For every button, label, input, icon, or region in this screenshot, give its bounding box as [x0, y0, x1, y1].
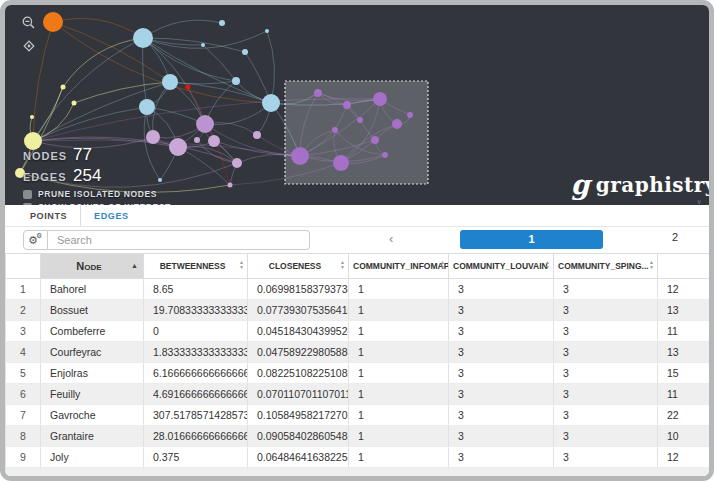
table-row[interactable]: 7Gavroche307.51785714285730.105849582172… [6, 405, 710, 426]
column-header-degree[interactable]: DEGREE▲▼ [658, 254, 710, 279]
graph-node[interactable] [371, 136, 379, 144]
graph-node[interactable] [253, 131, 261, 139]
cell: 1 [349, 279, 449, 300]
cell: 1.833333333333333 [144, 342, 248, 363]
graph-node[interactable] [72, 101, 77, 106]
graph-node[interactable] [208, 135, 220, 147]
table-row[interactable]: 8Grantaire28.0166666666666660.0905840286… [6, 426, 710, 447]
graph-node[interactable] [228, 183, 233, 188]
pagination-prev[interactable]: ‹ [389, 231, 393, 246]
graph-node[interactable] [201, 43, 205, 47]
table-row[interactable]: 5Enjolras6.1666666666666660.082251082251… [6, 363, 710, 384]
checkbox-icon [23, 190, 32, 199]
cell: Gavroche [41, 405, 144, 426]
selection-rectangle[interactable] [285, 81, 428, 184]
graph-node[interactable] [232, 158, 242, 168]
table-row[interactable]: 4Courfeyrac1.8333333333333330.0475892298… [6, 342, 710, 363]
cell: 13 [658, 300, 710, 321]
toggle-show-points-of-interest[interactable]: SHOW POINTS OF INTEREST [23, 201, 171, 205]
cell: 3 [554, 321, 658, 342]
edges-stat: EDGES 254 [23, 166, 171, 187]
graph-node[interactable] [186, 85, 191, 90]
column-header-closeness[interactable]: CLOSENESS▲▼ [248, 254, 349, 279]
toggle-prune-isolated-nodes[interactable]: PRUNE ISOLATED NODES [23, 188, 171, 200]
graph-node[interactable] [43, 12, 63, 32]
graph-node[interactable] [139, 99, 155, 115]
column-header-community-louvain[interactable]: COMMUNITY_LOUVAIN▲▼ [449, 254, 554, 279]
toggle-label: SHOW POINTS OF INTEREST [38, 202, 171, 205]
graph-node[interactable] [219, 20, 225, 26]
table-row[interactable]: 9Joly0.3750.0648464163822525513312 [6, 447, 710, 468]
cell: 0.07011070110701106 [248, 384, 349, 405]
graph-node[interactable] [196, 115, 214, 133]
cell: 3 [449, 321, 554, 342]
cell: 3 [449, 363, 554, 384]
column-header-betweenness[interactable]: BETWEENNESS▲▼ [144, 254, 248, 279]
graph-node[interactable] [333, 155, 349, 171]
graph-edge [170, 82, 271, 103]
graph-node[interactable] [357, 117, 363, 123]
graph-node[interactable] [265, 29, 269, 33]
graph-node[interactable] [382, 152, 388, 158]
columns-button[interactable]: ⚙ ⚙ [23, 230, 48, 250]
page-2-button[interactable]: 2 [660, 231, 690, 243]
graph-node[interactable] [133, 28, 153, 48]
graph-node[interactable] [373, 92, 387, 106]
graph-node[interactable] [169, 138, 187, 156]
checkbox-icon [23, 203, 32, 206]
graph-node[interactable] [392, 119, 402, 129]
graph-node[interactable] [314, 89, 322, 97]
cell: 3 [554, 405, 658, 426]
column-header-community-infomap[interactable]: COMMUNITY_INFOMAP▲▼ [349, 254, 449, 279]
cell: 1 [349, 426, 449, 447]
sort-asc-icon: ▲ [131, 262, 138, 269]
graph-node[interactable] [146, 130, 160, 144]
graph-node[interactable] [407, 112, 413, 118]
table-row[interactable]: 6Feuilly4.6916666666666660.0701107011070… [6, 384, 710, 405]
nodes-label: NODES [23, 150, 73, 162]
cell: 3 [449, 447, 554, 468]
graph-node[interactable] [242, 49, 248, 55]
table-row[interactable]: 3Combeferre00.0451843043995243713311 [6, 321, 710, 342]
table-filler-row [5, 468, 709, 478]
graph-node[interactable] [343, 101, 351, 109]
row-number: 4 [6, 342, 41, 363]
crosshair-icon [22, 39, 36, 53]
cell: 0.07739307535641547 [248, 300, 349, 321]
search-input[interactable] [48, 230, 310, 250]
graph-edge [143, 31, 267, 48]
cell: 1 [349, 321, 449, 342]
tab-points[interactable]: POINTS [17, 205, 81, 226]
graph-node[interactable] [332, 127, 338, 133]
graph-node[interactable] [30, 115, 34, 119]
graph-node[interactable] [232, 77, 240, 85]
cell: 1 [349, 384, 449, 405]
edges-label: EDGES [23, 171, 73, 183]
table-row[interactable]: 1Bahorel8.650.0699815837937384913312 [6, 279, 710, 300]
table-row[interactable]: 2Bossuet19.7083333333333320.077393075356… [6, 300, 710, 321]
column-header-rownum [6, 254, 41, 279]
graph-node[interactable] [162, 74, 178, 90]
graph-stats: NODES 77 EDGES 254 PRUNE ISOLATED NODESS… [23, 145, 171, 205]
page-1-button[interactable]: 1 [460, 230, 603, 249]
graph-node[interactable] [194, 137, 200, 143]
cell: 3 [554, 384, 658, 405]
graph-toolbar [21, 15, 37, 54]
cell: 3 [554, 279, 658, 300]
sort-icon: ▲▼ [340, 260, 345, 269]
center-view-button[interactable] [21, 38, 37, 54]
graph-node[interactable] [262, 94, 280, 112]
cell: Bahorel [41, 279, 144, 300]
sort-icon: ▲▼ [440, 260, 445, 269]
row-number: 1 [6, 279, 41, 300]
graph-node[interactable] [291, 147, 309, 165]
tab-edges[interactable]: EDGES [81, 205, 142, 226]
column-header-node[interactable]: Node▲ [41, 254, 144, 279]
graph-node[interactable] [61, 85, 66, 90]
nodes-stat: NODES 77 [23, 145, 171, 166]
cell: 0.10584958217270195 [248, 405, 349, 426]
graph-section: NODES 77 EDGES 254 PRUNE ISOLATED NODESS… [5, 5, 709, 205]
zoom-button[interactable] [21, 15, 37, 31]
column-header-community-sping[interactable]: COMMUNITY_SPING...▲▼ [554, 254, 658, 279]
graphistry-logo-text: graphistry [596, 173, 709, 197]
